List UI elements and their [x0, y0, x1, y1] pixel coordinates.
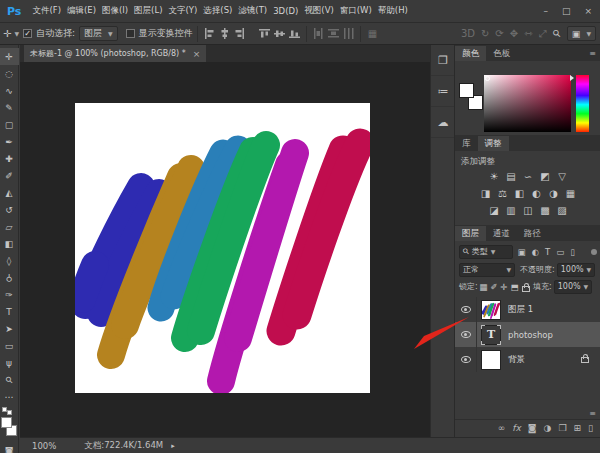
layer1-thumbnail[interactable]	[481, 300, 501, 320]
color-balance-icon[interactable]: ⚖	[497, 187, 509, 199]
tool-shape[interactable]: ▭	[0, 337, 19, 354]
tool-gradient[interactable]: ◧	[0, 235, 19, 252]
tool-clone-stamp[interactable]: ◭	[0, 184, 19, 201]
status-chevron-icon[interactable]: ▸	[171, 442, 175, 450]
distribute-center-icon[interactable]	[328, 28, 339, 39]
filter-type-dropdown[interactable]: ⚲ 类型 ▼	[459, 245, 513, 259]
menu-type[interactable]: 文字(Y)	[165, 5, 200, 17]
status-zoom-level[interactable]: 100%	[32, 441, 56, 451]
tool-zoom[interactable]: ⚲	[0, 371, 19, 388]
threed-pan-icon[interactable]: ✥	[510, 28, 518, 39]
quick-mask-button[interactable]: ◙	[0, 442, 19, 453]
tool-lasso[interactable]: ∿	[0, 82, 19, 99]
menu-window[interactable]: 窗口(W)	[337, 5, 375, 17]
color-gradient-field[interactable]	[484, 75, 571, 132]
text-layer-thumbnail[interactable]: T	[481, 325, 501, 345]
workspace-switcher[interactable]: ▣▼	[567, 26, 596, 41]
exposure-icon[interactable]: ◩	[539, 170, 551, 182]
tab-paths[interactable]: 路径	[517, 226, 548, 241]
auto-select-dropdown[interactable]: 图层 ▼	[79, 26, 118, 41]
filter-pixel-icon[interactable]: ▣	[518, 247, 526, 257]
threed-roll-icon[interactable]: ⟳	[495, 28, 503, 39]
tool-brush[interactable]: ✐	[0, 167, 19, 184]
color-lookup-icon[interactable]: ▦	[565, 187, 577, 199]
panel-menu-icon[interactable]: ≡	[589, 49, 596, 58]
tool-healing-brush[interactable]: ✚	[0, 150, 19, 167]
filter-adjustment-icon[interactable]: ◐	[532, 247, 539, 257]
history-panel-icon[interactable]: ❐	[431, 45, 455, 76]
layer-style-icon[interactable]: fx	[512, 423, 521, 433]
invert-icon[interactable]: ◪	[488, 204, 500, 216]
distribute-right-icon[interactable]	[343, 28, 354, 39]
tool-move[interactable]: ✛	[0, 48, 19, 65]
fill-dropdown[interactable]: 100% ▼	[554, 280, 593, 294]
threshold-icon[interactable]: ◫	[522, 204, 534, 216]
tool-eyedropper[interactable]: ✒	[0, 133, 19, 150]
layer-name[interactable]: photoshop	[508, 330, 553, 340]
photo-filter-icon[interactable]: ◐	[531, 187, 543, 199]
tool-preset-arrow-icon[interactable]: ▼	[14, 30, 19, 37]
tab-color[interactable]: 颜色	[455, 46, 486, 61]
align-bottom-icon[interactable]	[289, 28, 300, 39]
menu-3d[interactable]: 3D(D)	[270, 6, 301, 16]
default-colors-icon[interactable]	[0, 405, 19, 414]
tool-quick-selection[interactable]: ✎	[0, 99, 19, 116]
tool-eraser[interactable]: ▱	[0, 218, 19, 235]
close-button[interactable]: ×	[584, 6, 592, 16]
visibility-cell[interactable]	[455, 347, 477, 372]
distribute-left-icon[interactable]	[313, 28, 324, 39]
filter-shape-icon[interactable]: ▭	[556, 247, 564, 257]
lock-artboard-icon[interactable]: ⬒	[510, 282, 518, 292]
maximize-button[interactable]: □	[562, 6, 571, 16]
tool-dodge[interactable]: ⚲	[0, 269, 19, 286]
document-tab[interactable]: 未标题-1 @ 100% (photoshop, RGB/8) * ×	[24, 45, 206, 62]
hue-slider[interactable]	[576, 75, 589, 132]
filter-toggle-icon[interactable]	[591, 249, 597, 255]
new-adjustment-icon[interactable]: ◑	[544, 423, 552, 433]
tool-marquee[interactable]: ◌	[0, 65, 19, 82]
menu-image[interactable]: 图像(I)	[99, 5, 131, 17]
layer-name[interactable]: 图层 1	[508, 304, 533, 316]
canvas[interactable]	[75, 103, 370, 393]
new-group-icon[interactable]: ❒	[558, 423, 566, 433]
new-layer-icon[interactable]: ⊞	[574, 423, 582, 433]
tab-channels[interactable]: 通道	[486, 226, 517, 241]
black-white-icon[interactable]: ◧	[514, 187, 526, 199]
filter-text-icon[interactable]: T	[545, 247, 550, 257]
blend-mode-dropdown[interactable]: 正常 ▼	[459, 263, 515, 277]
posterize-icon[interactable]: ▥	[505, 204, 517, 216]
menu-file[interactable]: 文件(F)	[29, 5, 64, 17]
vibrance-icon[interactable]: ▽	[556, 170, 568, 182]
menu-layer[interactable]: 图层(L)	[131, 5, 165, 17]
tool-pen[interactable]: ✑	[0, 286, 19, 303]
curves-icon[interactable]: ∽	[522, 170, 534, 182]
layer-row-background[interactable]: 背景	[455, 347, 600, 372]
lock-all-icon[interactable]	[520, 282, 530, 292]
menu-help[interactable]: 帮助(H)	[375, 5, 411, 17]
background-thumbnail[interactable]	[481, 350, 501, 370]
visibility-cell[interactable]	[455, 322, 477, 347]
menu-filter[interactable]: 滤镜(T)	[235, 5, 270, 17]
tab-adjustments[interactable]: 调整	[478, 136, 509, 151]
tab-swatches[interactable]: 色板	[486, 46, 517, 61]
layer-name[interactable]: 背景	[508, 354, 525, 366]
menu-view[interactable]: 视图(V)	[301, 5, 336, 17]
visibility-cell[interactable]	[455, 297, 477, 322]
selective-color-icon[interactable]: ▨	[556, 204, 568, 216]
delete-layer-icon[interactable]: ▯	[588, 423, 593, 433]
align-left-icon[interactable]	[204, 28, 215, 39]
threed-slide-icon[interactable]: ⇿	[524, 28, 532, 39]
filter-smart-icon[interactable]: ▯	[570, 247, 575, 257]
panel-menu-icon[interactable]: ≡	[589, 409, 596, 418]
brightness-contrast-icon[interactable]: ☀	[488, 170, 500, 182]
channel-mixer-icon[interactable]: ◑	[548, 187, 560, 199]
align-center-h-icon[interactable]	[219, 28, 230, 39]
foreground-color-swatch[interactable]	[1, 417, 12, 428]
levels-icon[interactable]: ▤	[505, 170, 517, 182]
tool-crop[interactable]: ▢	[0, 116, 19, 133]
menu-edit[interactable]: 编辑(E)	[64, 5, 99, 17]
link-layers-icon[interactable]: ∞	[498, 423, 506, 433]
gradient-map-icon[interactable]: ▩	[539, 204, 551, 216]
align-top-icon[interactable]	[259, 28, 270, 39]
properties-panel-icon[interactable]: ≔	[431, 76, 455, 107]
